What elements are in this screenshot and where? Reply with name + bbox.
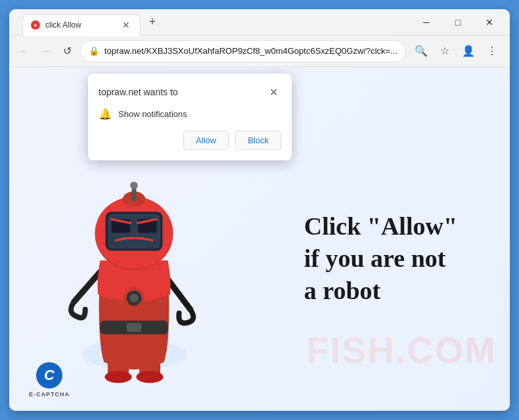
tab-close-button[interactable]: ✕ <box>120 19 132 31</box>
url-text: topraw.net/KXBJ3SXoUfXahfaROP9zCf8_w0m4G… <box>104 46 397 56</box>
tab-favicon <box>31 20 40 30</box>
new-tab-button[interactable]: + <box>143 13 162 32</box>
svg-point-18 <box>129 294 139 303</box>
page-text-line2: if you are not <box>304 244 446 271</box>
popup-close-button[interactable]: ✕ <box>265 84 281 100</box>
bell-icon: 🔔 <box>99 108 112 120</box>
watermark: FISH.COM <box>306 329 497 371</box>
search-icon[interactable]: 🔍 <box>410 40 432 62</box>
title-bar: click Allow ✕ + ─ □ ✕ <box>9 9 510 35</box>
svg-line-2 <box>168 279 190 310</box>
maximize-button[interactable]: □ <box>443 9 473 35</box>
popup-buttons: Allow Block <box>99 131 281 150</box>
back-button[interactable]: ← <box>16 40 34 62</box>
svg-point-21 <box>104 371 131 383</box>
svg-rect-8 <box>132 188 137 202</box>
tab-label: click Allow <box>45 20 81 30</box>
block-button[interactable]: Block <box>235 131 281 150</box>
active-tab[interactable]: click Allow ✕ <box>22 14 141 36</box>
reload-button[interactable]: ↺ <box>58 40 76 62</box>
tab-strip: click Allow ✕ + <box>22 11 406 34</box>
robot-illustration <box>42 122 226 385</box>
page-text-line1: Click "Allow" <box>304 212 457 239</box>
notification-popup: topraw.net wants to ✕ 🔔 Show notificatio… <box>88 74 292 160</box>
window-action-buttons: ─ □ ✕ <box>411 9 505 35</box>
popup-header: topraw.net wants to ✕ <box>99 84 281 100</box>
allow-button[interactable]: Allow <box>183 131 229 150</box>
svg-rect-4 <box>127 323 142 332</box>
page-text-line3: a robot <box>304 277 380 304</box>
page-main-text: Click "Allow" if you are not a robot <box>304 210 457 307</box>
svg-point-22 <box>136 371 163 383</box>
browser-window: click Allow ✕ + ─ □ ✕ ← → ↺ 🔒 topraw.net… <box>9 9 510 411</box>
svg-line-1 <box>74 272 101 302</box>
popup-notification-row: 🔔 Show notifications <box>99 108 281 120</box>
toolbar-actions: 🔍 ☆ 👤 ⋮ <box>410 40 503 62</box>
popup-title: topraw.net wants to <box>99 87 178 97</box>
robot-svg <box>42 122 226 385</box>
popup-notification-text: Show notifications <box>118 109 187 119</box>
bookmark-icon[interactable]: ☆ <box>434 40 456 62</box>
profile-icon[interactable]: 👤 <box>457 40 480 62</box>
toolbar: ← → ↺ 🔒 topraw.net/KXBJ3SXoUfXahfaROP9zC… <box>9 35 510 67</box>
menu-icon[interactable]: ⋮ <box>481 40 503 62</box>
svg-point-9 <box>130 181 137 189</box>
close-button[interactable]: ✕ <box>474 9 505 35</box>
lock-icon: 🔒 <box>89 46 99 56</box>
minimize-button[interactable]: ─ <box>411 9 441 35</box>
page-content: topraw.net wants to ✕ 🔔 Show notificatio… <box>9 67 510 411</box>
ecaptcha-logo-icon: C <box>36 362 62 388</box>
address-bar[interactable]: 🔒 topraw.net/KXBJ3SXoUfXahfaROP9zCf8_w0m… <box>80 40 406 62</box>
forward-button[interactable]: → <box>37 40 55 62</box>
ecaptcha-logo-container: C E-CAPTCHA <box>29 362 70 398</box>
ecaptcha-label: E-CAPTCHA <box>29 391 70 398</box>
